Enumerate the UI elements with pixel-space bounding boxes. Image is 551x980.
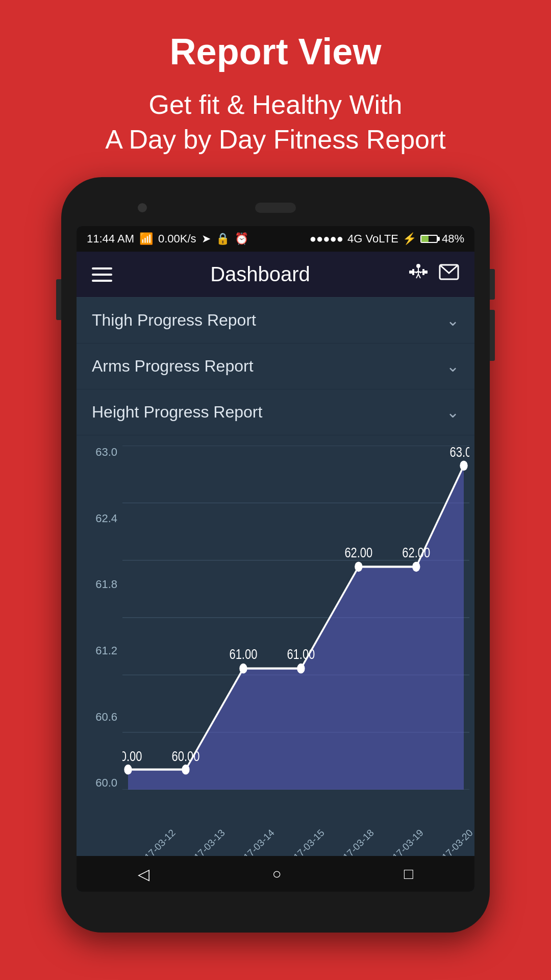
- svg-rect-1: [424, 271, 428, 274]
- accordion-thigh[interactable]: Thigh Progress Report ⌄: [77, 298, 474, 344]
- hamburger-menu-button[interactable]: [92, 267, 112, 282]
- status-right: ●●●●● 4G VoLTE ⚡ 48%: [310, 232, 464, 246]
- y-label-2: 62.4: [82, 512, 117, 525]
- chart-point-3: [297, 664, 305, 674]
- battery-fill: [421, 236, 429, 242]
- battery-bar: [420, 235, 438, 243]
- chart-container: 63.0 62.4 61.8 61.2 60.6 60.0: [77, 435, 474, 856]
- chart-point-1: [182, 765, 189, 775]
- status-location-icon: ➤: [202, 232, 211, 246]
- accordion-height-label: Height Progress Report: [92, 403, 262, 422]
- status-network: 4G VoLTE: [347, 232, 398, 246]
- svg-line-9: [416, 274, 418, 278]
- content-area: Thigh Progress Report ⌄ Arms Progress Re…: [77, 298, 474, 856]
- chart-label-3: 61.00: [287, 646, 315, 662]
- status-left: 11:44 AM 📶 0.00K/s ➤ 🔒 ⏰: [87, 232, 248, 246]
- battery-indicator: [420, 235, 438, 243]
- chart-point-5: [412, 562, 420, 572]
- chart-label-4: 62.00: [344, 545, 372, 560]
- x-label-5: 2017-03-19: [383, 827, 425, 856]
- x-label-0: 2017-03-12: [135, 827, 178, 856]
- status-alarm-icon: ⏰: [235, 232, 248, 246]
- recents-button[interactable]: □: [399, 860, 418, 888]
- x-label-4: 2017-03-18: [333, 827, 376, 856]
- front-camera: [138, 203, 147, 212]
- status-time: 11:44 AM: [87, 232, 134, 246]
- x-label-6: 2017-03-20: [432, 827, 474, 856]
- home-button[interactable]: ○: [267, 860, 286, 888]
- chart-svg: 60.00 60.00 61.00 61.00 62.00 62.00 63.0…: [122, 446, 469, 790]
- status-charging-icon: ⚡: [403, 232, 416, 246]
- chart-point-2: [239, 664, 247, 674]
- header-icons: [408, 262, 459, 287]
- y-axis: 63.0 62.4 61.8 61.2 60.6 60.0: [82, 446, 117, 790]
- y-label-6: 60.0: [82, 776, 117, 790]
- battery-pct-label: 48%: [442, 232, 464, 246]
- hamburger-line-1: [92, 267, 112, 270]
- status-bar: 11:44 AM 📶 0.00K/s ➤ 🔒 ⏰ ●●●●● 4G VoLTE …: [77, 226, 474, 252]
- chart-inner: 63.0 62.4 61.8 61.2 60.6 60.0: [122, 446, 469, 790]
- chart-label-5: 62.00: [402, 545, 430, 560]
- phone-hardware-top: [77, 192, 474, 223]
- status-data-speed: 0.00K/s: [158, 232, 196, 246]
- chevron-down-icon-height: ⌄: [446, 403, 459, 421]
- mail-icon: [439, 263, 459, 281]
- svg-rect-0: [409, 271, 412, 274]
- svg-rect-2: [412, 269, 414, 275]
- workout-icon: [408, 262, 429, 282]
- volume-down-button: [490, 310, 495, 361]
- chart-label-2: 61.00: [229, 646, 257, 662]
- status-signal-icon: 📶: [139, 232, 153, 246]
- promo-title: Report View: [170, 31, 382, 72]
- svg-point-5: [416, 264, 420, 268]
- promo-area: Report View Get fit & Healthy WithA Day …: [0, 0, 551, 177]
- phone-frame: 11:44 AM 📶 0.00K/s ➤ 🔒 ⏰ ●●●●● 4G VoLTE …: [61, 177, 490, 933]
- chart-label-0: 60.00: [122, 748, 142, 764]
- bottom-nav: ◁ ○ □: [77, 856, 474, 892]
- chart-point-4: [355, 562, 362, 572]
- status-signal-dots: ●●●●●: [310, 232, 343, 246]
- x-label-2: 2017-03-14: [234, 827, 277, 856]
- chart-area-fill: [128, 466, 464, 790]
- y-label-3: 61.8: [82, 578, 117, 591]
- svg-line-10: [418, 274, 420, 278]
- app-header: Dashboard: [77, 252, 474, 298]
- chevron-down-icon-thigh: ⌄: [446, 311, 459, 329]
- chart-point-0: [124, 765, 132, 775]
- phone-screen: 11:44 AM 📶 0.00K/s ➤ 🔒 ⏰ ●●●●● 4G VoLTE …: [77, 226, 474, 892]
- mail-button[interactable]: [439, 263, 459, 286]
- chart-point-6: [460, 461, 467, 471]
- back-button[interactable]: ◁: [133, 860, 155, 888]
- volume-button: [56, 279, 61, 320]
- chart-label-6: 63.00: [450, 446, 469, 460]
- y-label-5: 60.6: [82, 710, 117, 724]
- workout-icon-button[interactable]: [408, 262, 429, 287]
- promo-subtitle: Get fit & Healthy WithA Day by Day Fitne…: [105, 88, 446, 157]
- svg-rect-3: [422, 269, 424, 275]
- power-button: [490, 269, 495, 300]
- hamburger-line-3: [92, 280, 112, 282]
- status-lock-icon: 🔒: [216, 232, 230, 246]
- x-axis: 2017-03-12 2017-03-13 2017-03-14 2017-03…: [122, 845, 469, 856]
- chevron-down-icon-arms: ⌄: [446, 357, 459, 375]
- header-title: Dashboard: [210, 263, 310, 286]
- accordion-arms-label: Arms Progress Report: [92, 357, 254, 376]
- y-label-4: 61.2: [82, 644, 117, 657]
- phone-hardware-bottom: [77, 892, 474, 917]
- earpiece-speaker: [255, 203, 296, 213]
- accordion-thigh-label: Thigh Progress Report: [92, 311, 256, 330]
- x-label-1: 2017-03-13: [184, 827, 227, 856]
- accordion-arms[interactable]: Arms Progress Report ⌄: [77, 344, 474, 389]
- hamburger-line-2: [92, 274, 112, 276]
- x-label-3: 2017-03-15: [284, 827, 327, 856]
- accordion-height[interactable]: Height Progress Report ⌄: [77, 389, 474, 435]
- y-label-1: 63.0: [82, 446, 117, 459]
- chart-label-1: 60.00: [171, 748, 199, 764]
